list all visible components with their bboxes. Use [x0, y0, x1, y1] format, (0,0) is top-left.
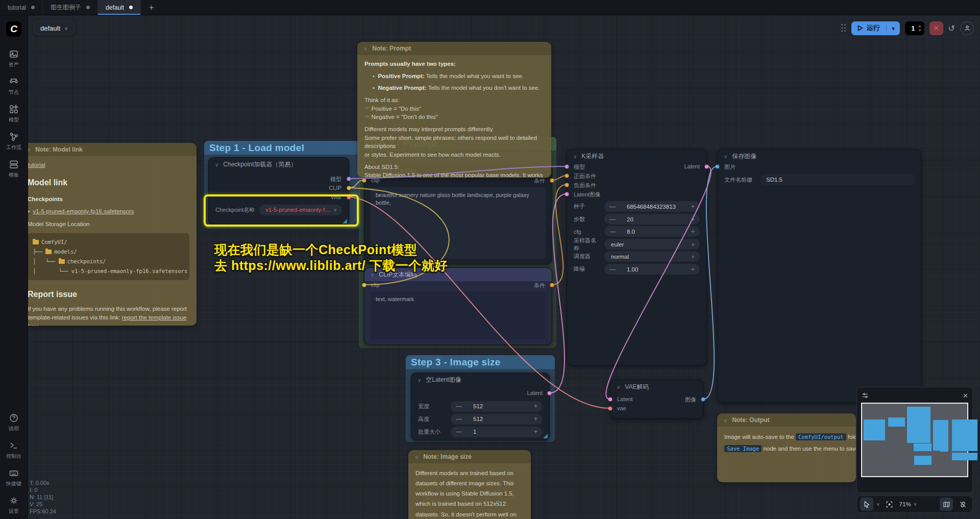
annotation-text: 现在我们是缺一个CheckPoint模型 去 https://www.libli… [214, 242, 448, 274]
user-avatar[interactable] [960, 21, 974, 35]
cfg-widget[interactable]: —8.0+ [604, 226, 700, 237]
node-save-image[interactable]: ∨ 保存图像 图片 文件名前缀 SD1.5 [717, 149, 921, 403]
resize-handle[interactable] [543, 434, 548, 438]
collapse-icon[interactable]: ∨ [418, 377, 421, 383]
clip-input-dot[interactable] [362, 178, 366, 183]
latent-input-dot[interactable] [608, 397, 612, 402]
increment-icon: + [534, 415, 537, 423]
sidebar-item-shortcuts[interactable]: 快捷键 [0, 464, 28, 491]
node-vae-decode[interactable]: ∨ VAE解码 Latent vae 图像 [610, 380, 703, 418]
minimap-node-rect [933, 420, 948, 451]
collapse-icon[interactable]: ∨ [215, 162, 218, 167]
node-canvas[interactable]: Step 1 - Load model Step 2 - Prompt Step… [0, 15, 980, 519]
sidebar-item-help[interactable]: 说明 [0, 409, 28, 436]
batch-size-widget[interactable]: —1+ [451, 427, 543, 437]
collapse-icon[interactable]: ∨ [414, 454, 419, 460]
node-ksampler[interactable]: ∨ K采样器 模型 正面条件 负面条件 Latent图像 Latent 种子 —… [567, 149, 707, 365]
positive-input-dot[interactable] [565, 174, 569, 178]
sidebar: C 资产 节点 模型 工作流 模板 说明 控制台 快捷键 [0, 15, 28, 519]
minimap[interactable] [861, 403, 968, 477]
code-chip: Save Image [724, 445, 762, 452]
decrement-icon: — [456, 415, 462, 423]
history-button[interactable]: ↺ [948, 23, 955, 33]
comfyui-logo[interactable]: C [6, 21, 21, 37]
run-options-dropdown[interactable]: ∨ [886, 26, 900, 31]
steps-widget[interactable]: —20+ [604, 214, 700, 225]
close-icon[interactable]: ✕ [963, 392, 968, 400]
tab-img2img-example[interactable]: 图生图例子 [43, 0, 98, 15]
latent-output-dot[interactable] [547, 391, 552, 396]
height-widget[interactable]: —512+ [451, 414, 543, 425]
note-output[interactable]: ∨ Note: Output Image will auto-save to t… [717, 413, 856, 482]
model-input-dot[interactable] [565, 164, 569, 169]
filename-prefix-field[interactable]: SD1.5 [761, 174, 914, 185]
pointer-tool-button[interactable] [860, 498, 873, 511]
latent-output-dot[interactable] [704, 164, 709, 169]
chevron-down-icon[interactable]: ∨ [876, 502, 880, 507]
image-output-dot[interactable] [701, 397, 705, 402]
latent-input-dot[interactable] [565, 192, 569, 196]
sampler-name-combo[interactable]: euler∨ [604, 239, 700, 250]
negative-prompt-textarea[interactable]: text, watermark [371, 291, 546, 339]
minimap-toggle-button[interactable] [940, 498, 953, 511]
clip-output-dot[interactable] [347, 186, 351, 190]
performance-stats: T: 0.00s I: 0 N: 11 [11] V: 25 FPS:60.24 [30, 479, 56, 515]
collapse-icon[interactable]: ∨ [723, 417, 727, 423]
collapse-icon[interactable]: ∨ [617, 384, 620, 390]
minimap-node-rect [940, 449, 948, 452]
sidebar-item-assets[interactable]: 资产 [0, 45, 28, 72]
width-widget[interactable]: —512+ [451, 401, 543, 412]
sidebar-item-settings[interactable]: 设置 [0, 491, 28, 519]
note-prompt[interactable]: ∨ Note: Prompt Prompts usually have two … [357, 42, 551, 178]
checkpoint-download-link[interactable]: v1-5-pruned-emaonly-fp16.safetensors [33, 208, 134, 214]
sidebar-item-console[interactable]: 控制台 [0, 436, 28, 464]
pointing-hand-icon: ☞ [364, 106, 370, 112]
note-model-link[interactable]: ∨ Note: Model link tutorial Model link C… [20, 143, 197, 326]
node-clip-text-encode-negative[interactable]: ∨ CLIP文本编码 clip 条件 text, watermark [364, 267, 552, 345]
focus-icon [886, 501, 893, 508]
run-button[interactable]: 运行 ∨ [851, 21, 900, 35]
model-output-dot[interactable] [347, 177, 351, 181]
unsaved-dot-icon[interactable] [31, 6, 35, 9]
sidebar-item-nodes[interactable]: 节点 [0, 72, 28, 100]
chevron-down-icon: ∨ [691, 254, 695, 259]
tutorial-link[interactable]: tutorial [28, 162, 45, 168]
folder-icon [59, 259, 65, 264]
seed-widget[interactable]: —685468484323813+ [604, 201, 700, 212]
node-title: VAE解码 [625, 383, 649, 391]
clip-input-dot[interactable] [362, 283, 366, 287]
scheduler-combo[interactable]: normal∨ [604, 251, 700, 262]
increment-icon: + [691, 203, 695, 210]
negative-input-dot[interactable] [565, 183, 569, 187]
node-empty-latent-image[interactable]: ∨ 空Latent图像 Latent 宽度 —512+ 高度 —512+ 批量大… [411, 373, 550, 440]
denoise-widget[interactable]: —1.00+ [604, 264, 700, 275]
unsaved-dot-icon[interactable] [86, 6, 90, 9]
collapse-icon[interactable]: ∨ [724, 154, 727, 159]
drag-handle-icon[interactable] [841, 24, 846, 32]
unsaved-dot-icon[interactable] [129, 6, 133, 9]
minimap-settings-icon[interactable] [861, 391, 869, 400]
conditioning-output-dot[interactable] [550, 283, 554, 287]
collapse-icon[interactable]: ∨ [363, 46, 368, 52]
sidebar-item-workflows[interactable]: 工作流 [0, 128, 28, 155]
checkpoint-highlight-box [204, 194, 359, 227]
cancel-button[interactable]: ✕ [929, 21, 943, 35]
tab-default[interactable]: default [98, 0, 141, 15]
canvas-toolbar: ∨ 71% ∨ [856, 496, 973, 513]
workflow-menu-button[interactable]: default ∨ [34, 21, 75, 35]
batch-count-stepper[interactable]: 1 ∧∨ [905, 21, 924, 35]
fit-view-button[interactable] [883, 498, 896, 511]
folder-tree: ComfyUI/ ├── models/ │ └── checkpoints/ … [28, 233, 189, 280]
tab-tutorial[interactable]: tutorial [0, 0, 43, 15]
vae-input-dot[interactable] [608, 406, 612, 411]
collapse-icon[interactable]: ∨ [573, 154, 577, 159]
increment-icon: + [534, 428, 537, 435]
conditioning-output-dot[interactable] [550, 178, 554, 183]
zoom-level-dropdown[interactable]: 71% ∨ [899, 501, 917, 507]
image-input-dot[interactable] [715, 164, 720, 169]
toggle-links-button[interactable] [956, 498, 969, 511]
note-image-size[interactable]: ∨ Note: Image size Different models are … [408, 450, 531, 519]
new-tab-button[interactable]: + [141, 0, 162, 15]
sidebar-item-models[interactable]: 模型 [0, 100, 28, 128]
sidebar-item-templates[interactable]: 模板 [0, 155, 28, 183]
